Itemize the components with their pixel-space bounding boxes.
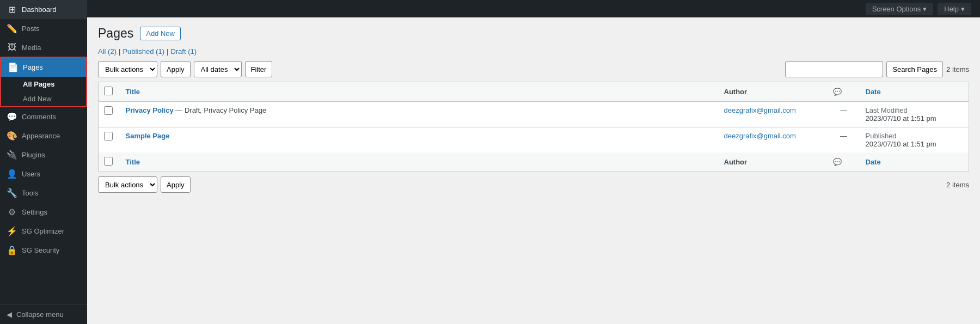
col-header-checkbox — [99, 82, 120, 102]
sg-optimizer-icon: ⚡ — [7, 226, 17, 236]
filter-separator-1: | — [119, 47, 120, 56]
col-header-title[interactable]: Title — [120, 82, 719, 102]
date-label-2: Published — [866, 132, 897, 140]
sidebar-item-label: Appearance — [22, 132, 60, 140]
items-count-top: 2 items — [946, 65, 969, 74]
filter-published-count: 1 — [158, 47, 162, 56]
author-link-2[interactable]: deezgrafix@gmail.com — [724, 132, 796, 140]
col-footer-date[interactable]: Date — [860, 152, 969, 172]
filter-draft-count: 1 — [191, 47, 194, 56]
col-header-comments: 💬 — [828, 82, 860, 102]
row-checkbox-1[interactable] — [104, 106, 113, 115]
dashboard-icon: ⊞ — [7, 4, 17, 15]
screen-options-label: Screen Options — [872, 5, 921, 13]
sidebar-item-label: Dashboard — [22, 5, 57, 14]
table-body: Privacy Policy — Draft, Privacy Policy P… — [99, 102, 969, 153]
sidebar-item-dashboard[interactable]: ⊞ Dashboard — [0, 0, 87, 19]
author-link-1[interactable]: deezgrafix@gmail.com — [724, 106, 796, 114]
page-title-link-1[interactable]: Privacy Policy — [126, 106, 174, 114]
filter-draft-link[interactable]: Draft (1) — [170, 47, 197, 56]
sidebar-item-sg-security[interactable]: 🔒 SG Security — [0, 241, 87, 260]
appearance-icon: 🎨 — [7, 131, 17, 141]
page-title-suffix-1: — Draft, Privacy Policy Page — [175, 106, 266, 114]
filter-published-link[interactable]: Published (1) — [122, 47, 164, 56]
select-all-checkbox-top[interactable] — [104, 87, 113, 95]
top-toolbar: Bulk actions Apply All dates Filter Sear… — [98, 61, 969, 77]
bulk-actions-select-top[interactable]: Bulk actions — [98, 61, 157, 77]
row-checkbox-cell-2 — [99, 127, 120, 153]
col-footer-checkbox — [99, 152, 120, 172]
date-label-1: Last Modified — [866, 106, 908, 114]
bottom-toolbar-left: Bulk actions Apply — [98, 176, 191, 193]
collapse-label: Collapse menu — [16, 310, 64, 319]
sidebar-item-label: SG Optimizer — [22, 227, 64, 235]
help-chevron-icon: ▾ — [961, 5, 965, 13]
sidebar-item-appearance[interactable]: 🎨 Appearance — [0, 126, 87, 145]
col-header-date[interactable]: Date — [860, 82, 969, 102]
sidebar-item-settings[interactable]: ⚙ Settings — [0, 203, 87, 222]
sidebar-item-users[interactable]: 👤 Users — [0, 164, 87, 184]
help-button[interactable]: Help ▾ — [938, 3, 971, 15]
sidebar-item-label: Comments — [22, 113, 56, 121]
bottom-toolbar: Bulk actions Apply 2 items — [98, 176, 969, 193]
sidebar-item-sg-optimizer[interactable]: ⚡ SG Optimizer — [0, 222, 87, 241]
sidebar-submenu-add-new[interactable]: Add New — [1, 91, 86, 106]
collapse-icon: ◀ — [7, 310, 12, 319]
filter-published-label: Published — [122, 47, 154, 56]
toolbar-right: Search Pages 2 items — [785, 61, 969, 77]
table-row: Sample Page deezgrafix@gmail.com — Publi… — [99, 127, 969, 153]
sidebar-item-posts[interactable]: ✏️ Posts — [0, 19, 87, 38]
collapse-menu[interactable]: ◀ Collapse menu — [0, 304, 87, 324]
filter-draft-label: Draft — [170, 47, 186, 56]
content-area: Pages Add New All (2) | Published (1) | … — [87, 17, 980, 324]
sidebar-item-label: Settings — [22, 208, 47, 216]
sidebar-submenu-all-pages[interactable]: All Pages — [1, 77, 86, 91]
posts-icon: ✏️ — [7, 23, 17, 34]
dates-filter-select[interactable]: All dates — [194, 61, 242, 77]
col-header-author: Author — [719, 82, 828, 102]
row-author-cell-2: deezgrafix@gmail.com — [719, 127, 828, 153]
settings-icon: ⚙ — [7, 207, 17, 217]
row-comments-cell-1: — — [828, 102, 860, 127]
media-icon: 🖼 — [7, 42, 17, 52]
row-checkbox-2[interactable] — [104, 132, 113, 140]
sidebar: ⊞ Dashboard ✏️ Posts 🖼 Media 📄 Pages All… — [0, 0, 87, 324]
pages-active-container: 📄 Pages All Pages Add New — [0, 57, 87, 107]
topbar: Screen Options ▾ Help ▾ — [87, 0, 980, 17]
sidebar-item-tools[interactable]: 🔧 Tools — [0, 184, 87, 203]
apply-button-bottom[interactable]: Apply — [161, 176, 191, 193]
sidebar-item-label: Tools — [22, 189, 38, 197]
row-author-cell-1: deezgrafix@gmail.com — [719, 102, 828, 127]
apply-button-top[interactable]: Apply — [161, 61, 191, 77]
chevron-down-icon: ▾ — [923, 5, 927, 13]
filter-all-count: 2 — [110, 47, 114, 56]
add-new-button[interactable]: Add New — [140, 27, 181, 40]
row-date-cell-1: Last Modified 2023/07/10 at 1:51 pm — [860, 102, 969, 127]
search-pages-button[interactable]: Search Pages — [886, 61, 943, 77]
page-title-link-2[interactable]: Sample Page — [126, 132, 170, 140]
filter-all-label: All — [98, 47, 106, 56]
comments-icon: 💬 — [7, 112, 17, 122]
sidebar-item-plugins[interactable]: 🔌 Plugins — [0, 145, 87, 164]
sidebar-item-media[interactable]: 🖼 Media — [0, 38, 87, 57]
col-footer-title[interactable]: Title — [120, 152, 719, 172]
sidebar-item-label: Media — [22, 44, 41, 52]
col-footer-author: Author — [719, 152, 828, 172]
users-icon: 👤 — [7, 169, 17, 179]
pages-icon: 📄 — [8, 62, 19, 72]
filter-button[interactable]: Filter — [245, 61, 273, 77]
screen-options-button[interactable]: Screen Options ▾ — [866, 3, 934, 15]
date-value-2: 2023/07/10 at 1:51 pm — [866, 140, 936, 148]
sg-security-icon: 🔒 — [7, 245, 17, 255]
sidebar-item-comments[interactable]: 💬 Comments — [0, 107, 87, 126]
table-row: Privacy Policy — Draft, Privacy Policy P… — [99, 102, 969, 127]
items-count-bottom: 2 items — [946, 181, 969, 189]
bulk-actions-select-bottom[interactable]: Bulk actions — [98, 176, 157, 193]
select-all-checkbox-bottom[interactable] — [104, 157, 113, 166]
search-input[interactable] — [785, 61, 883, 77]
comments-col-icon: 💬 — [833, 88, 842, 96]
row-date-cell-2: Published 2023/07/10 at 1:51 pm — [860, 127, 969, 153]
page-header: Pages Add New — [98, 26, 969, 41]
filter-all-link[interactable]: All (2) — [98, 47, 117, 56]
sidebar-item-pages[interactable]: 📄 Pages — [1, 58, 86, 77]
